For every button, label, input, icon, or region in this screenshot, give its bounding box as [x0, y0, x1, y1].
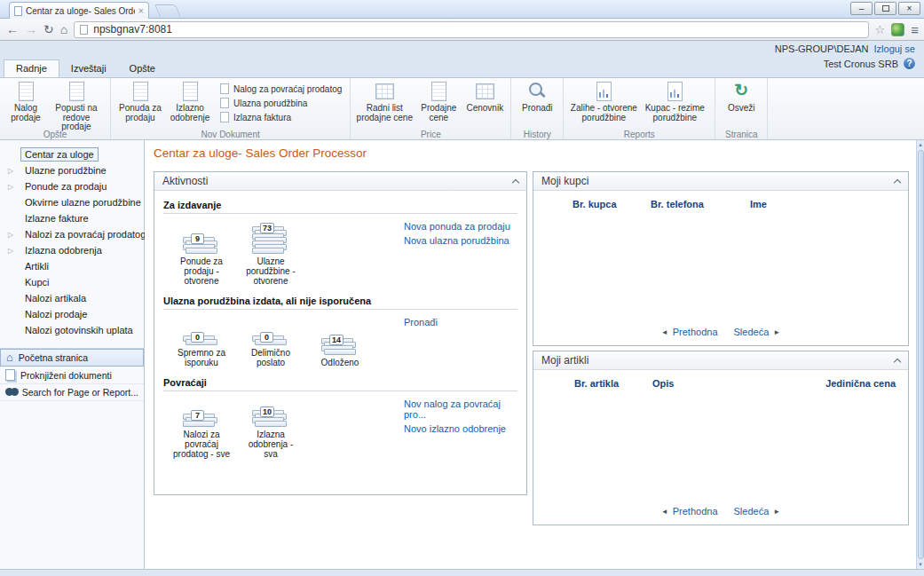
ribbon-button-radni-list[interactable]: Radni list prodajne cene: [355, 80, 414, 122]
sidebar-item-proknjizeni-dokumenti[interactable]: Proknjiženi dokumenti: [0, 367, 144, 384]
my-customers-panel: Moji kupci Br. kupca Br. telefona Ime ◄ …: [533, 171, 909, 346]
sidebar-item-okvirne-ulazne-porudzbine[interactable]: Okvirne ulazne porudžbine: [0, 195, 144, 211]
ribbon-button-prodajne-cene[interactable]: Prodajne cene: [414, 80, 463, 122]
ribbon-button-nalog-za-povracaj[interactable]: Nalog za povraćaj prodatog: [220, 83, 342, 94]
cue-tile-nalozi-povracaj-sve[interactable]: 7 Nalozi za povraćaj prodatog - sve: [172, 400, 231, 459]
minimize-button[interactable]: –: [850, 2, 873, 15]
forward-button[interactable]: →: [25, 23, 37, 36]
expand-icon[interactable]: ▷: [8, 247, 13, 255]
back-button[interactable]: ←: [6, 23, 19, 36]
ribbon-button-zalihe-report[interactable]: Zalihe - otvorene porudžbine: [568, 80, 639, 122]
browser-tab[interactable]: Centar za uloge- Sales Order ×: [9, 2, 149, 19]
cue-tile-izlazna-odobrenja-sva[interactable]: 10 Izlazna odobrenja - sva: [241, 400, 300, 459]
ribbon-button-izlazno-odobrenje[interactable]: Izlazno odobrenje: [165, 80, 215, 122]
vertical-scrollbar[interactable]: ▲ ▼: [916, 140, 924, 569]
column-header[interactable]: Br. artikla: [574, 378, 652, 389]
page-title: Centar za uloge- Sales Order Processor: [154, 146, 367, 160]
scrollbar-thumb[interactable]: [918, 150, 924, 559]
action-link-nova-ponuda[interactable]: Nova ponuda za prodaju: [404, 221, 517, 232]
action-link-novo-izlazno-odobrenje[interactable]: Novo izlazno odobrenje: [404, 423, 517, 434]
address-bar[interactable]: npsbgnav7:8081: [74, 21, 868, 38]
sidebar-item-ulazne-porudzbine[interactable]: ▷ Ulazne porudžbine: [0, 163, 144, 179]
ribbon-button-label: Izlazna faktura: [233, 113, 291, 122]
action-link-nova-porudzbina[interactable]: Nova ulazna porudžbina: [404, 235, 517, 246]
my-items-header[interactable]: Moji artikli: [533, 351, 908, 370]
my-customers-header[interactable]: Moji kupci: [533, 172, 908, 191]
cue-tile-spremno-za-isporuku[interactable]: 0 Spremno za isporuku: [172, 319, 231, 367]
nav-web-client: NPS-GROUP\DEJAN Izloguj se Test Cronus S…: [0, 41, 924, 576]
horizontal-scrollbar[interactable]: [0, 569, 924, 576]
sidebar-item-izlazne-fakture[interactable]: Izlazne fakture: [0, 211, 144, 227]
ribbon-button-osvezi[interactable]: ↻ Osveži: [720, 80, 762, 114]
ribbon-tab-izvestaji[interactable]: Izveštaji: [59, 60, 118, 77]
sidebar-item-izlazna-odobrenja[interactable]: ▷ Izlazna odobrenja: [0, 243, 144, 259]
scroll-up-icon[interactable]: ▲: [918, 140, 923, 149]
next-page-link[interactable]: Sledeća: [734, 506, 770, 517]
column-header[interactable]: Br. telefona: [651, 199, 750, 209]
cue-tile-odlozeno[interactable]: 14 Odloženo: [311, 328, 369, 367]
menu-icon[interactable]: ≡: [911, 22, 918, 37]
sidebar-item-nalozi-prodaje[interactable]: Nalozi prodaje: [0, 307, 144, 323]
ribbon: Nalog prodaje Popusti na redove prodaje …: [0, 77, 924, 140]
column-header[interactable]: Br. kupca: [573, 199, 651, 209]
expand-icon[interactable]: ▷: [8, 183, 13, 191]
order-icon: [220, 98, 229, 108]
sidebar-item-search[interactable]: Search for Page or Report...: [0, 384, 144, 401]
sidebar-item-nalozi-gotovinskih-uplata[interactable]: Nalozi gotovinskih uplata: [0, 323, 144, 339]
scroll-down-icon[interactable]: ▼: [918, 560, 923, 569]
ribbon-tab-opste[interactable]: Opšte: [118, 60, 167, 77]
tab-close-icon[interactable]: ×: [138, 6, 144, 15]
close-button[interactable]: ×: [898, 2, 920, 15]
ribbon-button-ponuda-za-prodaju[interactable]: Ponuda za prodaju: [115, 80, 165, 122]
cue-tile-ponude-otvorene[interactable]: 9 Ponude za prodaju - otvorene: [172, 227, 231, 286]
ribbon-button-cenovnik[interactable]: Cenovnik: [463, 80, 506, 114]
collapse-icon[interactable]: [894, 179, 901, 186]
cue-tile-delimicno-poslato[interactable]: 0 Delimično poslato: [241, 319, 300, 367]
my-items-pager: ◄ Prethodna Sledeća ►: [533, 506, 908, 517]
sidebar-item-nalozi-za-povracaj[interactable]: ▷ Nalozi za povraćaj prodatog: [0, 227, 144, 243]
action-link-pronadji[interactable]: Pronađi: [404, 317, 517, 327]
ribbon-button-label: Nalog prodaje: [4, 104, 47, 122]
sidebar-item-ponude-za-prodaju[interactable]: ▷ Ponude za prodaju: [0, 179, 144, 195]
browser-extension-icon[interactable]: [891, 23, 904, 36]
home-button[interactable]: ⌂: [60, 23, 67, 36]
maximize-button[interactable]: [874, 2, 896, 15]
sidebar-item-artikli[interactable]: Artikli: [0, 259, 144, 275]
ribbon-button-pronadji[interactable]: Pronađi: [516, 80, 558, 114]
new-tab-button[interactable]: [154, 4, 181, 17]
ribbon-button-popusti[interactable]: Popusti na redove prodaje: [47, 80, 106, 132]
posted-documents-icon: [5, 369, 15, 381]
previous-page-link[interactable]: Prethodna: [673, 327, 718, 337]
bookmark-star-icon[interactable]: ☆: [875, 23, 886, 36]
logout-link[interactable]: Izloguj se: [874, 43, 915, 54]
binoculars-icon: [5, 388, 17, 397]
column-header[interactable]: Opis: [652, 378, 759, 389]
sidebar-item-nalozi-artikala[interactable]: Nalozi artikala: [0, 291, 144, 307]
sidebar-item-centar-za-uloge[interactable]: Centar za uloge: [0, 147, 144, 163]
prices-icon: [428, 81, 449, 102]
sidebar-item-kupci[interactable]: Kupci: [0, 275, 144, 291]
ribbon-tab-radnje[interactable]: Radnje: [4, 59, 59, 77]
next-page-link[interactable]: Sledeća: [734, 327, 770, 337]
expand-icon[interactable]: ▷: [8, 231, 13, 239]
column-header[interactable]: Jedinična cena: [759, 378, 896, 389]
ribbon-button-kupac-report[interactable]: Kupac - rezime porudžbine: [639, 80, 710, 122]
action-link-nov-nalog-povracaj[interactable]: Nov nalog za povraćaj pro...: [404, 398, 517, 420]
collapse-icon[interactable]: [512, 179, 519, 186]
expand-icon[interactable]: ▷: [8, 167, 13, 175]
ribbon-group-reports: Zalihe - otvorene porudžbine Kupac - rez…: [564, 78, 715, 139]
previous-page-link[interactable]: Prethodna: [673, 506, 718, 517]
ribbon-button-nalog-prodaje[interactable]: Nalog prodaje: [4, 80, 47, 122]
ribbon-button-ulazna-porudzbina[interactable]: Ulazna porudžbina: [220, 98, 342, 108]
column-header[interactable]: Ime: [750, 199, 896, 209]
ribbon-button-izlazna-faktura[interactable]: Izlazna faktura: [220, 112, 342, 122]
help-icon[interactable]: ?: [904, 58, 915, 69]
sidebar-item-pocetna-stranica[interactable]: ⌂ Početna stranica: [0, 349, 144, 367]
ribbon-group-history: Pronađi History: [511, 78, 564, 139]
reload-button[interactable]: ↻: [43, 23, 54, 36]
ribbon-button-label: Cenovnik: [466, 104, 503, 114]
cue-tile-porudzbine-otvorene[interactable]: 73 Ulazne porudžbine - otvorene: [241, 223, 300, 286]
cue-count: 0: [260, 332, 273, 343]
activities-panel-header[interactable]: Aktivnosti: [154, 172, 526, 191]
collapse-icon[interactable]: [894, 359, 901, 366]
